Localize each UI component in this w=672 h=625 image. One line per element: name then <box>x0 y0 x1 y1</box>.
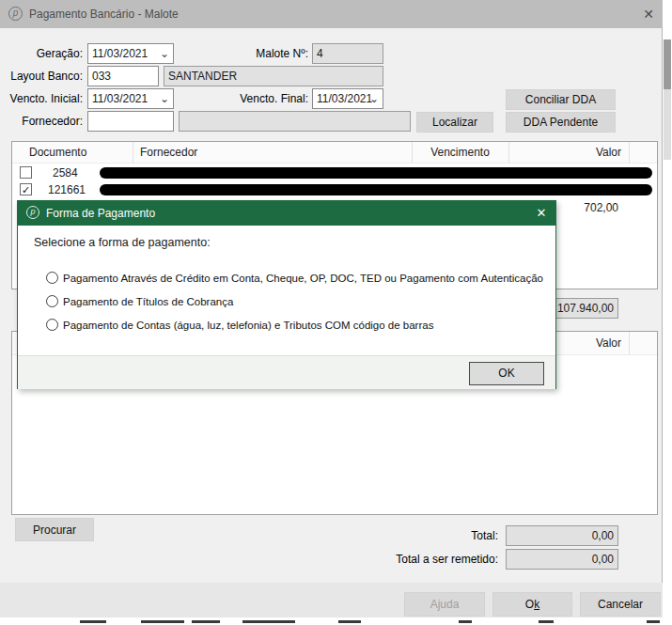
background-window-bottom <box>0 617 672 625</box>
radio-contas-tributos[interactable] <box>46 319 58 331</box>
documents-table-header: Documento Fornecedor Vencimento Valor <box>12 142 657 164</box>
total-field: 0,00 <box>506 525 618 546</box>
title-bar: p Pagamento Bancário - Malote ✕ <box>0 0 663 28</box>
vencto-inicial-value: 11/03/2021 <box>92 92 148 105</box>
documento-cell: 121661 <box>48 183 86 196</box>
geracao-value: 11/03/2021 <box>92 47 148 60</box>
col-documento[interactable]: Documento <box>29 146 86 159</box>
banco-nome-field: SANTANDER <box>164 66 383 86</box>
radio-credito-conta-label[interactable]: Pagamento Através de Crédito em Conta, C… <box>63 273 543 284</box>
vencto-final-value: 11/03/2021 <box>317 92 372 105</box>
total-remetido-label: Total a ser remetido: <box>310 553 498 567</box>
documento-cell: 2584 <box>53 166 78 180</box>
chevron-down-icon[interactable]: ⌄ <box>369 92 379 105</box>
dialog-footer: Ajuda Ok Cancelar <box>0 583 663 617</box>
ok-accelerator: k <box>534 598 539 611</box>
modal-footer: OK <box>18 355 555 389</box>
redacted-text <box>100 184 652 195</box>
ajuda-button[interactable]: Ajuda <box>404 592 485 617</box>
chevron-down-icon[interactable]: ⌄ <box>160 92 169 105</box>
radio-titulos-cobranca[interactable] <box>46 295 58 307</box>
modal-title-bar: p Forma de Pagamento ✕ <box>18 201 555 226</box>
modal-title: Forma de Pagamento <box>46 207 155 220</box>
radio-credito-conta[interactable] <box>46 272 58 284</box>
vencto-final-label: Vencto. Final: <box>188 92 308 106</box>
cancelar-button[interactable]: Cancelar <box>580 592 661 617</box>
vencto-final-combobox[interactable]: 11/03/2021 ⌄ <box>312 88 383 109</box>
layout-banco-input[interactable]: 033 <box>87 66 159 86</box>
ok-label: O <box>525 598 534 611</box>
col-fornecedor[interactable]: Fornecedor <box>140 146 197 159</box>
geracao-combobox[interactable]: 11/03/2021 ⌄ <box>87 43 174 64</box>
malote-label: Malote Nº: <box>188 47 308 61</box>
col-vencimento[interactable]: Vencimento <box>412 146 508 159</box>
forma-pagamento-modal: p Forma de Pagamento ✕ Selecione a forma… <box>17 200 556 389</box>
procurar-button[interactable]: Procurar <box>15 518 94 541</box>
geracao-label: Geração: <box>0 47 83 61</box>
total-label: Total: <box>357 529 498 543</box>
close-icon[interactable]: ✕ <box>637 5 660 23</box>
row-checkbox[interactable] <box>20 166 32 179</box>
vencto-inicial-label: Vencto. Inicial: <box>0 92 83 106</box>
chevron-down-icon[interactable]: ⌄ <box>160 47 169 60</box>
app-logo-icon: p <box>8 7 23 21</box>
radio-titulos-cobranca-label[interactable]: Pagamento de Títulos de Cobrança <box>63 296 233 307</box>
table-row[interactable]: ✓ 121661 <box>12 181 659 198</box>
ok-button[interactable]: Ok <box>492 592 572 617</box>
fornecedor-input[interactable] <box>87 111 174 132</box>
layout-banco-label: Layout Banco: <box>0 70 83 84</box>
fornecedor-nome-field <box>179 111 411 132</box>
redacted-text <box>100 167 652 179</box>
col-valor[interactable]: Valor <box>508 146 621 159</box>
vencto-inicial-combobox[interactable]: 11/03/2021 ⌄ <box>87 88 174 109</box>
modal-prompt: Selecione a forma de pagamento: <box>34 236 211 249</box>
radio-contas-tributos-label[interactable]: Pagamento de Contas (água, luz, telefoni… <box>63 320 433 331</box>
modal-ok-button[interactable]: OK <box>469 362 544 385</box>
dda-pendente-button[interactable]: DDA Pendente <box>506 112 616 133</box>
conciliar-dda-button[interactable]: Conciliar DDA <box>506 89 616 110</box>
row-checkbox[interactable]: ✓ <box>20 183 32 195</box>
total-remetido-field: 0,00 <box>506 549 618 570</box>
background-scrollbar-track <box>664 89 671 160</box>
fornecedor-label: Fornecedor: <box>0 115 83 129</box>
background-scrollbar-thumb[interactable] <box>664 39 671 89</box>
malote-field: 4 <box>312 43 383 64</box>
modal-close-icon[interactable]: ✕ <box>529 204 554 223</box>
localizar-button[interactable]: Localizar <box>416 112 493 133</box>
app-logo-icon: p <box>26 206 39 219</box>
window-title: Pagamento Bancário - Malote <box>29 8 179 21</box>
table-row[interactable]: 2584 <box>12 164 659 181</box>
